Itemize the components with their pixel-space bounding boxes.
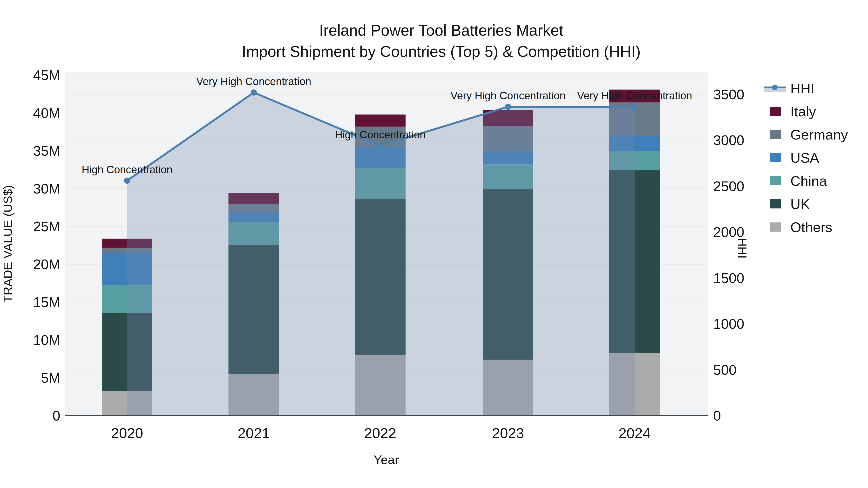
legend-label: Italy bbox=[790, 103, 816, 120]
y-right-tick-3000: 3000 bbox=[713, 132, 744, 148]
legend-item-usa[interactable]: USA bbox=[764, 146, 848, 169]
color-swatch-icon bbox=[770, 107, 781, 116]
legend-label: Others bbox=[790, 219, 832, 235]
hhi-marker-swatch bbox=[772, 85, 778, 90]
y-right-tick-0: 0 bbox=[713, 408, 721, 423]
legend-swatch-others bbox=[764, 222, 786, 232]
y-left-tick-0: 0 bbox=[53, 408, 60, 423]
legend-swatch-italy bbox=[764, 106, 786, 116]
annotation-2022: High Concentration bbox=[335, 129, 426, 140]
legend-hhi-line-sample-icon bbox=[764, 84, 786, 93]
legend-swatch-china bbox=[764, 176, 786, 186]
color-swatch-icon bbox=[770, 153, 781, 162]
color-swatch-icon bbox=[770, 130, 781, 139]
legend-item-germany[interactable]: Germany bbox=[764, 123, 848, 146]
y-right-tick-1000: 1000 bbox=[713, 316, 744, 332]
legend-swatch-uk bbox=[764, 199, 786, 209]
y-axis-right-title: HHI bbox=[735, 238, 749, 259]
annotation-2023: Very High Concentration bbox=[451, 90, 566, 101]
legend-item-hhi[interactable]: HHI bbox=[764, 77, 848, 100]
color-swatch-icon bbox=[770, 222, 781, 232]
color-swatch-icon bbox=[770, 199, 781, 208]
hhi-marker-2021[interactable] bbox=[251, 89, 257, 96]
hhi-marker-2024[interactable] bbox=[631, 104, 638, 110]
annotation-2020: High Concentration bbox=[82, 164, 173, 175]
y-right-tick-2500: 2500 bbox=[713, 178, 744, 194]
x-axis-title: Year bbox=[373, 453, 399, 467]
y-left-tick-10M: 10M bbox=[33, 332, 60, 348]
y-left-tick-5M: 5M bbox=[41, 370, 60, 386]
y-left-tick-30M: 30M bbox=[33, 181, 60, 196]
legend-item-italy[interactable]: Italy bbox=[764, 100, 848, 123]
hhi-marker-2023[interactable] bbox=[505, 104, 511, 110]
color-swatch-icon bbox=[770, 176, 781, 185]
y-left-tick-40M: 40M bbox=[33, 105, 60, 121]
hhi-marker-2022[interactable] bbox=[377, 143, 383, 149]
legend-item-others[interactable]: Others bbox=[764, 216, 848, 238]
y-right-tick-1500: 1500 bbox=[713, 270, 744, 286]
legend-swatch-usa bbox=[764, 153, 786, 162]
x-tick-2021: 2021 bbox=[238, 425, 270, 441]
legend-swatch-germany bbox=[764, 130, 786, 139]
x-tick-2020: 2020 bbox=[111, 425, 143, 441]
y-left-tick-15M: 15M bbox=[33, 294, 60, 310]
legend-label: USA bbox=[790, 150, 819, 166]
y-right-tick-500: 500 bbox=[713, 362, 737, 378]
figure: Ireland Power Tool Batteries Market Impo… bbox=[0, 0, 868, 488]
y-right-tick-2000: 2000 bbox=[713, 224, 744, 240]
legend-item-uk[interactable]: UK bbox=[764, 192, 848, 216]
legend-label: China bbox=[790, 173, 827, 189]
hhi-marker-2020[interactable] bbox=[124, 177, 130, 184]
y-left-tick-35M: 35M bbox=[33, 143, 60, 159]
y-left-tick-25M: 25M bbox=[33, 219, 60, 234]
x-tick-2022: 2022 bbox=[364, 425, 396, 441]
legend-label: HHI bbox=[790, 80, 814, 96]
annotation-2024: Very High Concentration bbox=[577, 90, 692, 101]
annotation-2021: Very High Concentration bbox=[196, 75, 311, 87]
legend-label: Germany bbox=[790, 127, 848, 143]
y-right-tick-3500: 3500 bbox=[713, 87, 744, 102]
x-tick-2023: 2023 bbox=[492, 425, 524, 441]
y-axis-left-title: TRADE VALUE (US$) bbox=[1, 185, 15, 303]
x-tick-2024: 2024 bbox=[618, 425, 651, 441]
legend-label: UK bbox=[790, 196, 810, 212]
legend-item-china[interactable]: China bbox=[764, 169, 848, 192]
y-left-tick-45M: 45M bbox=[33, 67, 60, 83]
bar-segment-italy-2022[interactable] bbox=[355, 115, 406, 127]
y-left-tick-20M: 20M bbox=[33, 256, 60, 272]
legend: HHIItalyGermanyUSAChinaUKOthers bbox=[764, 77, 848, 238]
